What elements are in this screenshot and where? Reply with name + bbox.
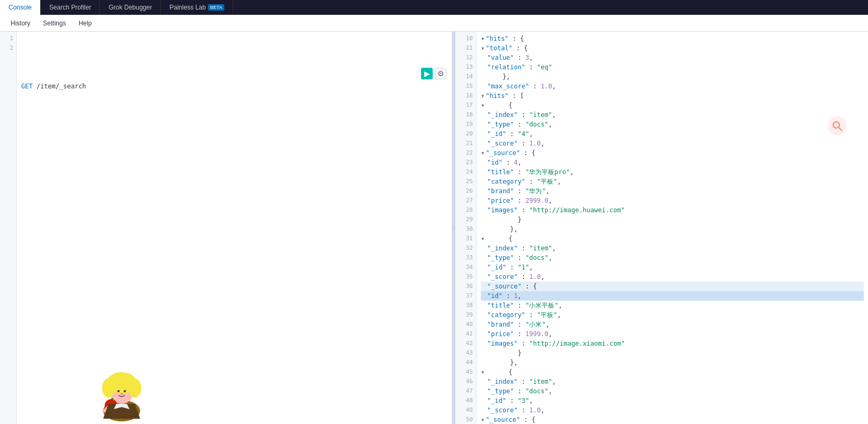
- json-line-23: "id" : 4,: [481, 158, 864, 167]
- collapse-icon[interactable]: ▾: [481, 415, 485, 424]
- method-token: GET: [21, 82, 33, 91]
- json-line-17: ▾ {: [481, 101, 864, 110]
- collapse-icon[interactable]: ▾: [481, 367, 485, 377]
- collapse-icon[interactable]: ▾: [481, 91, 485, 101]
- play-button[interactable]: ▶: [421, 68, 433, 79]
- json-line-39: "category" : "平板",: [481, 310, 864, 320]
- collapse-icon[interactable]: ▾: [481, 101, 485, 110]
- svg-point-6: [124, 390, 126, 392]
- collapse-icon[interactable]: ▾: [481, 43, 485, 53]
- editor-line-1: [21, 53, 447, 62]
- collapse-icon[interactable]: ▾: [481, 148, 485, 158]
- json-line-numbers: 1011121314151617181920212223242526272829…: [455, 32, 477, 424]
- newton-illustration: [79, 360, 164, 424]
- collapse-icon[interactable]: ▾: [481, 34, 485, 43]
- tab-grok-debugger[interactable]: Grok Debugger: [100, 0, 161, 15]
- svg-line-10: [839, 128, 842, 131]
- json-line-22: ▾ "_source" : {: [481, 148, 864, 158]
- json-line-34: "_id" : "1",: [481, 263, 864, 272]
- json-line-12: "value" : 3,: [481, 53, 864, 62]
- json-line-47: "_type" : "docs",: [481, 386, 864, 396]
- json-line-11: ▾ "total" : {: [481, 43, 864, 53]
- json-line-29: }: [481, 215, 864, 224]
- json-line-25: "category" : "平板",: [481, 177, 864, 186]
- nav-history[interactable]: History: [5, 15, 35, 32]
- json-line-31: ▾ {: [481, 234, 864, 243]
- path-token: /item/_search: [33, 82, 86, 91]
- json-content: ▾ "hits" : {▾ "total" : { "value" : 3, "…: [477, 32, 868, 424]
- svg-point-5: [117, 390, 120, 392]
- json-line-37: "id" : 1,: [481, 291, 864, 301]
- json-line-26: "brand" : "华为",: [481, 186, 864, 196]
- json-line-10: ▾ "hits" : {: [481, 34, 864, 43]
- json-line-46: "_index" : "item",: [481, 377, 864, 386]
- json-line-24: "title" : "华为平板pro",: [481, 167, 864, 177]
- json-line-19: "_type" : "docs",: [481, 120, 864, 129]
- newton-svg: [79, 360, 164, 424]
- tab-painless-lab[interactable]: Painless Lab BETA: [161, 0, 233, 15]
- svg-point-3: [102, 378, 115, 398]
- top-nav: Console Search Profiler Grok Debugger Pa…: [0, 0, 868, 15]
- search-icon: [832, 121, 843, 131]
- editor-actions: ▶ ⚙: [421, 68, 446, 79]
- json-line-42: "images" : "http://image.xiaomi.com": [481, 339, 864, 348]
- left-pane: 1 2 GET /item/_search ▶ ⚙: [0, 32, 452, 424]
- json-line-38: "title" : "小米平板",: [481, 301, 864, 310]
- json-line-30: },: [481, 224, 864, 234]
- json-line-50: ▾ "_source" : {: [481, 415, 864, 424]
- json-line-33: "_type" : "docs",: [481, 253, 864, 263]
- svg-point-7: [120, 393, 123, 395]
- json-line-49: "_score" : 1.0,: [481, 405, 864, 415]
- json-line-43: }: [481, 348, 864, 358]
- main-layout: 1 2 GET /item/_search ▶ ⚙: [0, 32, 868, 424]
- nav-settings[interactable]: Settings: [38, 15, 71, 32]
- json-line-48: "_id" : "3",: [481, 396, 864, 405]
- tab-console[interactable]: Console: [0, 0, 41, 15]
- json-line-35: "_score" : 1.0,: [481, 272, 864, 282]
- json-line-28: "images" : "http://image.huawei.com": [481, 205, 864, 215]
- beta-badge: BETA: [208, 4, 224, 11]
- json-line-14: },: [481, 72, 864, 82]
- nav-help[interactable]: Help: [74, 15, 97, 32]
- right-pane: 1011121314151617181920212223242526272829…: [455, 32, 868, 424]
- tab-search-profiler[interactable]: Search Profiler: [41, 0, 100, 15]
- json-line-45: ▾ {: [481, 367, 864, 377]
- json-line-36: "_source" : {: [481, 282, 864, 291]
- json-line-16: ▾ "hits" : [: [481, 91, 864, 101]
- json-line-41: "price" : 1999.0,: [481, 329, 864, 339]
- editor-line-numbers: 1 2: [0, 32, 17, 424]
- second-nav: History Settings Help: [0, 15, 868, 32]
- search-overlay-icon: [828, 116, 847, 136]
- json-line-13: "relation" : "eq": [481, 62, 864, 72]
- json-line-44: },: [481, 358, 864, 367]
- config-button[interactable]: ⚙: [435, 68, 446, 79]
- editor-line-2: GET /item/_search: [21, 82, 447, 91]
- json-line-40: "brand" : "小米",: [481, 320, 864, 329]
- svg-point-4: [129, 378, 141, 398]
- json-line-27: "price" : 2999.0,: [481, 196, 864, 205]
- svg-point-9: [833, 122, 839, 128]
- json-line-21: "_score" : 1.0,: [481, 139, 864, 148]
- json-line-20: "_id" : "4",: [481, 129, 864, 139]
- collapse-icon[interactable]: ▾: [481, 234, 485, 243]
- editor-area: 1 2 GET /item/_search ▶ ⚙: [0, 32, 452, 424]
- json-line-18: "_index" : "item",: [481, 110, 864, 120]
- json-line-15: "max_score" : 1.0,: [481, 82, 864, 91]
- json-line-32: "_index" : "item",: [481, 243, 864, 253]
